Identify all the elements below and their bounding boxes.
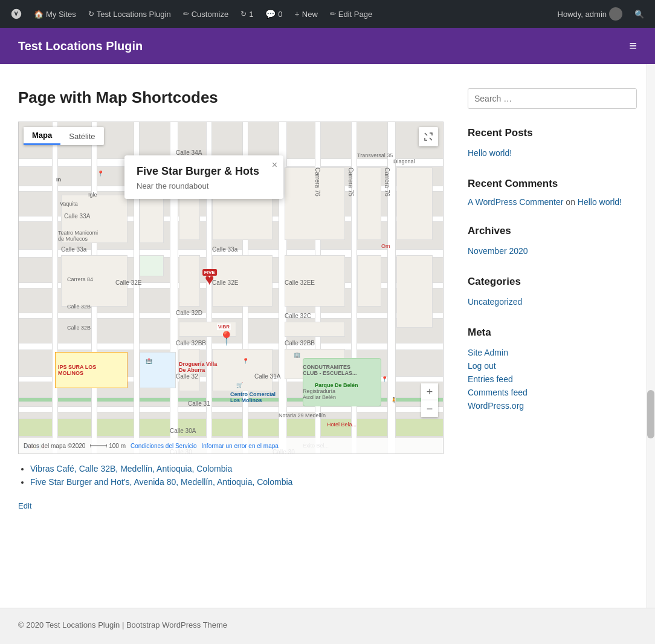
map-label-calle32e: Calle 32EE xyxy=(285,279,315,286)
map-label-calle32d: Calle 32D xyxy=(176,310,202,316)
map-marker-vibras[interactable]: 📍 VIBR xyxy=(218,331,234,346)
commenter-link[interactable]: A WordPress Commenter xyxy=(468,197,563,207)
map-label-om: Om xyxy=(381,243,390,249)
meta-comments-feed-link[interactable]: Comments feed xyxy=(468,386,637,399)
new-button[interactable]: + New xyxy=(290,0,323,28)
recent-posts-widget: Recent Posts Hello world! xyxy=(468,127,637,160)
admin-search-button[interactable]: 🔍 xyxy=(630,0,649,28)
scrollbar-thumb[interactable] xyxy=(647,390,654,438)
map-terms-link[interactable]: Condiciones del Servicio xyxy=(131,443,197,449)
my-sites-label: My Sites xyxy=(46,10,76,19)
map-expand-button[interactable] xyxy=(419,127,438,146)
map-label-carrera75: Carrera 75 xyxy=(347,168,354,197)
category-link-1[interactable]: Uncategorized xyxy=(468,295,637,308)
map-popup-close-button[interactable]: × xyxy=(272,160,277,170)
map-label-ips: IPS SURA LOSMOLINOS xyxy=(58,364,96,376)
location-link-1[interactable]: Vibras Café, Calle 32B, Medellín, Antioq… xyxy=(30,464,232,473)
map-label-registraduria: RegistraduríaAuxiliar Belén xyxy=(303,388,336,400)
map-label-calle31a: Calle 31A xyxy=(254,373,280,380)
edit-page-label: Edit Page xyxy=(338,10,372,19)
search-input[interactable] xyxy=(468,89,636,108)
map-label-shopping: 🛒 xyxy=(236,382,243,388)
search-form xyxy=(468,88,637,109)
customize-label: Customize xyxy=(192,10,228,19)
map-zoom-controls: + − xyxy=(421,383,438,417)
menu-toggle-button[interactable]: ≡ xyxy=(629,38,637,54)
archives-title: Archives xyxy=(468,225,637,237)
main-wrapper: Page with Map Shortcodes xyxy=(0,64,655,608)
site-name-button[interactable]: ↻ Test Locations Plugin xyxy=(83,0,176,28)
meta-title: Meta xyxy=(468,327,637,339)
edit-link[interactable]: Edit xyxy=(18,501,31,510)
map-label-calle31: Calle 31 xyxy=(188,400,210,407)
scrollbar-track[interactable] xyxy=(647,64,655,608)
map-label-notaria: Notaria 29 Medellín xyxy=(279,412,326,418)
edit-page-button[interactable]: ✏ Edit Page xyxy=(325,0,377,28)
location-link-2[interactable]: Five Star Burger and Hot's, Avenida 80, … xyxy=(30,477,292,487)
map-label-pin4: 📍 xyxy=(97,171,104,177)
map-label-hotel: Hotel Bela... xyxy=(327,421,357,428)
recent-comments-title: Recent Comments xyxy=(468,178,637,190)
updates-count: 1 xyxy=(249,10,253,19)
map-label-in: In xyxy=(56,177,61,183)
map-label-calle32b: Calle 32E xyxy=(115,279,141,286)
site-name-icon: ↻ xyxy=(88,10,94,18)
map-label-calle32b3: Calle 32B xyxy=(67,304,91,310)
map-marker-five-star[interactable]: ♥ FIVE xyxy=(205,270,214,289)
recent-comments-widget: Recent Comments A WordPress Commenter on… xyxy=(468,178,637,207)
customize-button[interactable]: ✏ Customize xyxy=(178,0,233,28)
map-popup-title: Five Star Burger & Hots xyxy=(137,165,271,178)
admin-bar: 🏠 My Sites ↻ Test Locations Plugin ✏ Cus… xyxy=(0,0,655,28)
map-label-carrera76: Carrera 76 xyxy=(314,168,321,197)
map-footer-bar: Datos del mapa ©2020 100 m Condiciones d… xyxy=(19,438,443,454)
sidebar-search-widget xyxy=(468,88,637,109)
meta-widget: Meta Site Admin Log out Entries feed Com… xyxy=(468,327,637,412)
meta-entries-feed-link[interactable]: Entries feed xyxy=(468,372,637,386)
map-zoom-out-button[interactable]: − xyxy=(421,400,438,417)
comment-on-text: on xyxy=(566,197,577,207)
page-title: Page with Map Shortcodes xyxy=(18,88,444,107)
map-label-diagonal: Diagonal xyxy=(393,158,415,164)
map-popup: × Five Star Burger & Hots Near the round… xyxy=(124,155,283,199)
recent-post-link-1[interactable]: Hello world! xyxy=(468,146,637,160)
map-label-calle33a: Calle 33A xyxy=(64,213,90,220)
my-sites-button[interactable]: 🏠 My Sites xyxy=(29,0,81,28)
comment-post-link[interactable]: Hello world! xyxy=(578,197,622,207)
footer-copyright: © 2020 Test Locations Plugin | Bootstrap… xyxy=(18,620,227,629)
my-sites-icon: 🏠 xyxy=(34,10,44,19)
comments-button[interactable]: 💬 0 xyxy=(260,0,287,28)
sidebar: Recent Posts Hello world! Recent Comment… xyxy=(468,88,637,584)
map-data-text: Datos del mapa ©2020 xyxy=(24,443,85,449)
map-label-igle: Igle xyxy=(88,192,97,198)
categories-title: Categories xyxy=(468,276,637,288)
meta-wordpress-org-link[interactable]: WordPress.org xyxy=(468,399,637,412)
map-label-calle32: Calle 32 xyxy=(176,373,198,380)
main-content: Page with Map Shortcodes xyxy=(18,88,444,584)
updates-icon: ↻ xyxy=(240,10,247,18)
map-tab-satellite[interactable]: Satélite xyxy=(60,127,103,145)
map-label-pin2: 📍 xyxy=(242,358,249,364)
comments-icon: 💬 xyxy=(265,9,276,19)
map-tab-mapa[interactable]: Mapa xyxy=(24,127,60,145)
meta-site-admin-link[interactable]: Site Admin xyxy=(468,346,637,359)
map-label-calle32b4: Calle 32B xyxy=(67,325,91,331)
site-title[interactable]: Test Locations Plugin xyxy=(18,39,143,53)
map-label-pin3: 📍 xyxy=(381,376,388,382)
updates-button[interactable]: ↻ 1 xyxy=(236,0,258,28)
site-name-label: Test Locations Plugin xyxy=(97,10,171,19)
map-label-calle32c: Calle 32C xyxy=(285,313,311,319)
list-item: Five Star Burger and Hot's, Avenida 80, … xyxy=(30,477,444,487)
howdy-user[interactable]: Howdy, admin xyxy=(553,0,627,28)
map-label-transversal: Transversal 35 xyxy=(357,152,393,158)
customize-icon: ✏ xyxy=(183,10,189,18)
map-report-link[interactable]: Informar un error en el mapa xyxy=(202,443,279,449)
wp-logo-button[interactable] xyxy=(6,0,27,28)
map-zoom-in-button[interactable]: + xyxy=(421,383,438,400)
meta-logout-link[interactable]: Log out xyxy=(468,359,637,372)
map-tabs: Mapa Satélite xyxy=(24,127,104,145)
archives-widget: Archives November 2020 xyxy=(468,225,637,258)
map-label-condutramites: CONDUTRAMITESCLUB - ESCUELAS... xyxy=(303,364,357,376)
archive-link-1[interactable]: November 2020 xyxy=(468,244,637,258)
map-label-vaquita: Vaquita xyxy=(60,201,78,207)
comment-item: A WordPress Commenter on Hello world! xyxy=(468,197,637,207)
